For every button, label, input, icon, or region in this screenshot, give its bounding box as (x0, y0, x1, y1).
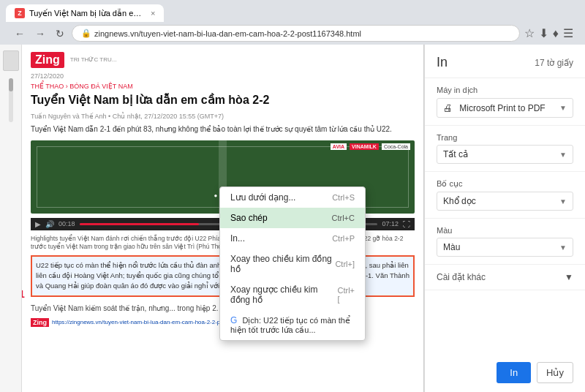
print-pages-count: 17 tờ giấy (535, 58, 573, 68)
print-field-color-value[interactable]: Màu ▼ (437, 238, 573, 257)
zing-logo: Zing (31, 52, 64, 68)
download-icon[interactable]: ⬇ (539, 26, 548, 40)
url-text: zingnews.vn/tuyen-viet-nam-bi-lua-dan-em… (94, 29, 361, 38)
print-field-printer-value[interactable]: 🖨 Microsoft Print to PDF ▼ (437, 98, 573, 118)
webpage-preview: Zing TRI THỨC TRU... 27/12/2020 THỂ THAO… (22, 45, 424, 392)
pages-dropdown-arrow: ▼ (559, 151, 567, 159)
print-field-pages-label: Trang (437, 133, 573, 142)
sponsor-logo-3: Coca-Cola (382, 143, 410, 150)
video-total-time: 07:12 (382, 220, 399, 227)
print-footer: In Hủy (425, 353, 585, 392)
menu-icon[interactable]: ☰ (563, 26, 573, 40)
layout-value: Khổ dọc (443, 196, 476, 206)
print-button[interactable]: In (497, 362, 531, 383)
more-settings-label: Cài đặt khác (437, 272, 486, 282)
translate-icon: G (230, 315, 237, 325)
scroll-thumb[interactable] (9, 78, 13, 91)
pages-value: Tất cả (443, 149, 468, 159)
printer-name: Microsoft Print to PDF (459, 103, 545, 113)
print-field-printer-label: Máy in dịch (437, 86, 573, 95)
print-field-pages: Trang Tất cả ▼ (425, 126, 585, 172)
site-header: Zing TRI THỨC TRU... (31, 52, 415, 68)
article-title: Tuyển Việt Nam bị lừa dẫn em cầm hòa 2-2 (31, 93, 415, 108)
context-menu-print-label: In... (230, 233, 245, 244)
context-menu-translate-label: Dịch: U22 tiếp tục có màn thể hiện tốt t… (230, 316, 350, 334)
context-menu-save-label: Lưu dưới dạng... (230, 192, 295, 203)
nav-refresh-btn[interactable]: ↻ (53, 26, 67, 41)
tab-bar: Z Tuyển Việt Nam bị lừa dẫn em cầm hòa 2… (6, 4, 579, 22)
context-menu-save[interactable]: Lưu dưới dạng... Ctrl+S (220, 187, 365, 208)
browser-chrome: Z Tuyển Việt Nam bị lừa dẫn em cầm hòa 2… (0, 0, 585, 45)
zing-footer-logo: Zing (31, 318, 49, 327)
context-menu-rotate-ccw-shortcut: Ctrl+[ (337, 286, 355, 304)
badge-1: 1 (22, 288, 25, 300)
context-menu-copy-label: Sao chép (230, 213, 268, 223)
bookmark-star-icon[interactable]: ☆ (524, 26, 535, 40)
context-menu-rotate-cw[interactable]: Xoay theo chiều kim đồng hồ Ctrl+] (220, 249, 365, 279)
article-lead: Tuyển Việt Nam dẫn 2-1 đến phút 83, nhưn… (31, 124, 415, 135)
article-author: Tuấn Nguyên và Thế Anh • Chủ nhật, 27/12… (31, 113, 415, 120)
print-field-layout-label: Bố cục (437, 179, 573, 189)
cancel-button[interactable]: Hủy (537, 362, 573, 383)
video-play-btn[interactable]: ▶ (35, 220, 41, 228)
address-box[interactable]: 🔒 zingnews.vn/tuyen-viet-nam-bi-lua-dan-… (72, 25, 520, 42)
print-field-layout: Bố cục Khổ dọc ▼ (425, 172, 585, 219)
print-panel: In 17 tờ giấy Máy in dịch 🖨 Microsoft Pr… (424, 45, 585, 392)
print-field-color-label: Màu (437, 226, 573, 235)
more-settings-chevron: ▼ (565, 272, 573, 282)
scroll-indicator (9, 78, 13, 122)
context-menu-wrapper: Lưu dưới dạng... Ctrl+S Sao chép Ctrl+C … (117, 216, 263, 370)
sponsor-logo: AVIA (331, 143, 347, 150)
page-thumbnails-sidebar (0, 45, 22, 392)
layout-dropdown-arrow: ▼ (559, 197, 567, 206)
print-field-layout-value[interactable]: Khổ dọc ▼ (437, 192, 573, 211)
main-area: Zing TRI THỨC TRU... 27/12/2020 THỂ THAO… (0, 45, 585, 392)
color-value: Màu (443, 242, 460, 252)
print-field-color: Màu Màu ▼ (425, 219, 585, 265)
context-menu-rotate-cw-shortcut: Ctrl+] (335, 260, 355, 268)
context-menu-translate[interactable]: G Dịch: U22 tiếp tục có màn thể hiện tốt… (220, 310, 365, 340)
address-bar-row: ← → ↻ 🔒 zingnews.vn/tuyen-viet-nam-bi-lu… (6, 22, 579, 45)
nav-back-btn[interactable]: ← (12, 26, 28, 41)
print-panel-header: In 17 tờ giấy (425, 45, 585, 78)
print-field-printer: Máy in dịch 🖨 Microsoft Print to PDF ▼ (425, 78, 585, 126)
article-breadcrumb: THỂ THAO › BÓNG ĐÁ VIỆT NAM (31, 83, 415, 90)
context-menu-copy-shortcut: Ctrl+C (332, 214, 355, 222)
context-menu-rotate-ccw[interactable]: Xoay ngược chiều kim đồng hồ Ctrl+[ (220, 279, 365, 310)
context-menu-print[interactable]: In... Ctrl+P (220, 228, 365, 249)
color-dropdown-arrow: ▼ (559, 244, 567, 252)
extension-icon[interactable]: ♦ (553, 27, 559, 40)
printer-dropdown-arrow: ▼ (559, 104, 567, 112)
sponsor-logo-2: VINAMILK (350, 143, 379, 150)
video-speaker-icon[interactable]: 🔊 (45, 220, 54, 228)
video-fullscreen-icon[interactable]: ⛶ (403, 220, 410, 228)
tab-close-btn[interactable]: × (151, 9, 155, 18)
printer-icon: 🖨 (443, 102, 453, 113)
more-settings-row[interactable]: Cài đặt khác ▼ (425, 265, 585, 290)
print-panel-title: In (437, 55, 448, 70)
tab-favicon: Z (15, 8, 25, 18)
print-field-pages-value[interactable]: Tất cả ▼ (437, 145, 573, 164)
article-date: 27/12/2020 (31, 72, 415, 80)
tab-title: Tuyển Việt Nam bị lừa dẫn em cầm hòa 2-2 (29, 9, 146, 18)
nav-forward-btn[interactable]: → (32, 26, 48, 41)
active-tab[interactable]: Z Tuyển Việt Nam bị lừa dẫn em cầm hòa 2… (6, 4, 164, 22)
zing-sub-title: TRI THỨC TRU... (70, 56, 117, 64)
context-menu-rotate-cw-label: Xoay theo chiều kim đồng hồ (230, 254, 335, 274)
context-menu-rotate-ccw-label: Xoay ngược chiều kim đồng hồ (230, 284, 337, 305)
context-menu-copy[interactable]: Sao chép Ctrl+C 2 (220, 208, 365, 228)
context-menu: Lưu dưới dạng... Ctrl+S Sao chép Ctrl+C … (219, 186, 366, 341)
video-current-time: 00:18 (58, 220, 75, 227)
page-thumbnail[interactable] (3, 50, 19, 71)
context-menu-save-shortcut: Ctrl+S (332, 193, 355, 202)
security-lock-icon: 🔒 (81, 29, 91, 38)
context-menu-print-shortcut: Ctrl+P (332, 234, 355, 243)
